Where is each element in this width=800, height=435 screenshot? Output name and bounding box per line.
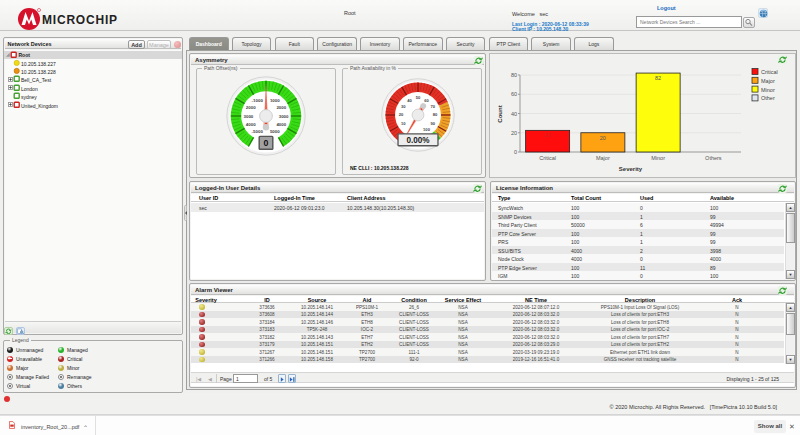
- svg-text:Severity: Severity: [619, 166, 643, 172]
- svg-text:70: 70: [430, 104, 435, 109]
- svg-text:Other: Other: [761, 95, 775, 101]
- svg-text:30: 30: [401, 104, 406, 109]
- svg-text:20: 20: [399, 112, 404, 117]
- svg-text:Minor: Minor: [651, 155, 665, 161]
- svg-text:20: 20: [511, 130, 517, 136]
- svg-text:Major: Major: [761, 78, 775, 84]
- svg-text:Major: Major: [596, 155, 610, 161]
- svg-text:MICROCHIP: MICROCHIP: [42, 13, 118, 27]
- svg-text:100: 100: [423, 127, 431, 132]
- svg-text:5000: 5000: [270, 129, 280, 134]
- svg-text:60: 60: [511, 91, 517, 97]
- svg-text:-5000: -5000: [252, 129, 264, 134]
- svg-text:1000: 1000: [270, 98, 280, 103]
- svg-text:0: 0: [264, 138, 269, 148]
- svg-text:2000: 2000: [246, 105, 256, 110]
- svg-text:3000: 3000: [244, 114, 254, 119]
- svg-text:40: 40: [407, 98, 412, 103]
- svg-text:3000: 3000: [279, 114, 289, 119]
- svg-text:20: 20: [600, 135, 606, 141]
- svg-text:82: 82: [655, 75, 661, 81]
- svg-text:-1000: -1000: [252, 98, 264, 103]
- svg-text:4000: 4000: [276, 122, 286, 127]
- svg-text:2000: 2000: [276, 105, 286, 110]
- svg-text:80: 80: [511, 72, 517, 78]
- svg-text:4000: 4000: [246, 122, 256, 127]
- svg-text:50: 50: [416, 95, 421, 100]
- svg-text:60: 60: [424, 98, 429, 103]
- svg-text:90: 90: [430, 121, 435, 126]
- svg-text:40: 40: [511, 111, 517, 117]
- svg-text:80: 80: [433, 112, 438, 117]
- svg-text:Critical: Critical: [539, 155, 556, 161]
- svg-text:0.00%: 0.00%: [406, 136, 430, 145]
- svg-text:10: 10: [401, 121, 406, 126]
- svg-text:Count: Count: [497, 105, 503, 122]
- svg-text:Critical: Critical: [761, 69, 778, 75]
- svg-text:23: 23: [545, 132, 551, 138]
- svg-text:Minor: Minor: [761, 87, 775, 93]
- svg-text:Others: Others: [705, 155, 722, 161]
- svg-text:0: 0: [514, 149, 517, 155]
